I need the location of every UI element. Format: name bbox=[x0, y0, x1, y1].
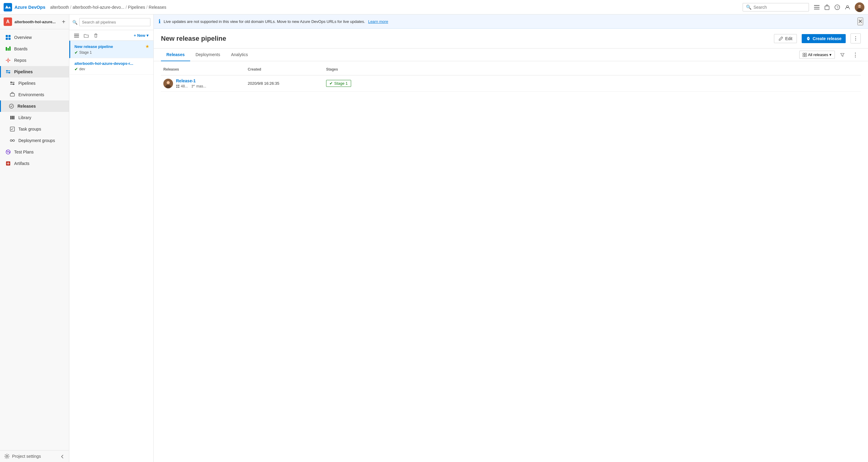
chevron-down-icon: ▾ bbox=[147, 33, 149, 38]
pipelines-icon bbox=[5, 69, 11, 75]
avatar[interactable] bbox=[855, 2, 864, 12]
sidebar-item-library[interactable]: Library bbox=[0, 112, 69, 123]
breadcrumb-sep-0: / bbox=[70, 5, 71, 10]
app-logo[interactable]: Azure DevOps bbox=[4, 3, 45, 11]
sidebar-item-pipelines-sub[interactable]: Pipelines bbox=[0, 78, 69, 89]
add-project-button[interactable]: + bbox=[62, 19, 65, 25]
pipeline-item-name-1: alterbooth-hol-azure-devops-r... bbox=[74, 61, 133, 66]
more-options-button[interactable]: ⋮ bbox=[850, 33, 861, 44]
svg-point-10 bbox=[857, 8, 862, 12]
created-cell: 2020/9/8 16:26:35 bbox=[245, 81, 324, 86]
sidebar-item-pipelines[interactable]: Pipelines bbox=[0, 66, 69, 78]
user-icon[interactable] bbox=[844, 4, 850, 10]
delete-button[interactable] bbox=[92, 31, 100, 39]
pipeline-item-stage-0: ✔ Stage 1 bbox=[74, 50, 149, 55]
search-input[interactable] bbox=[753, 5, 806, 10]
top-nav: Azure DevOps alterbooth / alterbooth-hol… bbox=[0, 0, 868, 15]
tab-deployments[interactable]: Deployments bbox=[190, 49, 226, 61]
sidebar-item-artifacts[interactable]: Artifacts bbox=[0, 158, 69, 169]
releases-table: Releases Created Stages Release-1 4 bbox=[154, 61, 868, 462]
artifacts-label: Artifacts bbox=[14, 161, 30, 166]
pipeline-search-input[interactable] bbox=[79, 18, 150, 26]
pipeline-item-1[interactable]: alterbooth-hol-azure-devops-r... ✔ dev bbox=[69, 58, 153, 75]
pipelines-label: Pipelines bbox=[14, 69, 33, 74]
svg-rect-43 bbox=[805, 55, 807, 57]
library-icon bbox=[9, 115, 16, 121]
stage-badge[interactable]: ✔ Stage 1 bbox=[326, 80, 351, 87]
svg-rect-14 bbox=[8, 35, 10, 37]
pipeline-item-0[interactable]: New release pipeline ★ ✔ Stage 1 bbox=[69, 41, 153, 58]
create-release-button[interactable]: Create release bbox=[802, 34, 846, 43]
releases-nav-icon bbox=[8, 103, 14, 109]
breadcrumb-item-0[interactable]: alterbooth bbox=[50, 5, 69, 10]
sidebar-item-boards[interactable]: Boards bbox=[0, 43, 69, 55]
menu-icon[interactable] bbox=[814, 4, 820, 10]
svg-rect-42 bbox=[803, 55, 804, 57]
learn-more-link[interactable]: Learn more bbox=[368, 19, 388, 24]
sidebar-item-releases[interactable]: Releases bbox=[0, 100, 69, 112]
table-row[interactable]: Release-1 48... mas... bbox=[161, 76, 861, 92]
filter-button[interactable] bbox=[837, 50, 847, 60]
release-build: 48... bbox=[176, 84, 188, 88]
folder-view-button[interactable] bbox=[82, 31, 90, 39]
svg-rect-13 bbox=[6, 35, 8, 37]
search-icon: 🔍 bbox=[746, 4, 752, 10]
collapse-icon[interactable] bbox=[60, 454, 65, 459]
table-more-button[interactable]: ⋮ bbox=[850, 50, 861, 60]
sidebar-item-environments[interactable]: Environments bbox=[0, 89, 69, 100]
list-view-button[interactable] bbox=[72, 31, 81, 39]
release-cell: Release-1 48... mas... bbox=[161, 79, 245, 88]
stage-check-1: ✔ bbox=[74, 67, 78, 71]
sidebar-nav: Overview Boards Repos Pipe bbox=[0, 29, 69, 450]
release-header: New release pipeline Edit Create release… bbox=[154, 29, 868, 49]
release-name[interactable]: Release-1 bbox=[176, 79, 206, 83]
help-icon[interactable]: ? bbox=[834, 4, 840, 10]
svg-point-24 bbox=[13, 84, 14, 85]
build-icon bbox=[176, 84, 180, 88]
new-pipeline-button[interactable]: + New ▾ bbox=[132, 32, 150, 39]
releases-nav-label: Releases bbox=[18, 104, 36, 109]
tab-releases[interactable]: Releases bbox=[161, 49, 190, 61]
close-banner-button[interactable]: ✕ bbox=[858, 18, 863, 25]
all-releases-button[interactable]: All releases ▾ bbox=[799, 51, 835, 59]
bag-icon[interactable] bbox=[824, 4, 830, 10]
breadcrumb-item-3[interactable]: Releases bbox=[149, 5, 166, 10]
tab-analytics[interactable]: Analytics bbox=[225, 49, 253, 61]
environments-icon bbox=[9, 92, 16, 98]
pipeline-item-name-0: New release pipeline bbox=[74, 44, 113, 49]
edit-button[interactable]: Edit bbox=[774, 34, 797, 43]
sidebar-item-repos[interactable]: Repos bbox=[0, 55, 69, 66]
chevron-down-icon: ▾ bbox=[830, 53, 832, 57]
stage-name: Stage 1 bbox=[334, 81, 348, 86]
stage-check-icon: ✔ bbox=[330, 81, 333, 86]
breadcrumb-item-2[interactable]: Pipelines bbox=[128, 5, 145, 10]
svg-point-35 bbox=[6, 455, 8, 457]
pipeline-item-stage-label-0: Stage 1 bbox=[79, 50, 92, 55]
star-icon-0[interactable]: ★ bbox=[145, 44, 149, 49]
library-label: Library bbox=[19, 115, 31, 120]
repos-icon bbox=[5, 57, 11, 63]
sidebar-item-overview[interactable]: Overview bbox=[0, 32, 69, 43]
release-tabs: Releases Deployments Analytics All relea… bbox=[154, 49, 868, 61]
tab-actions: All releases ▾ ⋮ bbox=[799, 50, 861, 60]
svg-rect-49 bbox=[176, 87, 178, 88]
svg-text:?: ? bbox=[837, 5, 838, 9]
pipeline-panel: 🔍 + New ▾ New release pipeline bbox=[69, 15, 154, 462]
svg-rect-15 bbox=[6, 38, 8, 40]
breadcrumb-sep-1: / bbox=[126, 5, 127, 10]
repos-label: Repos bbox=[14, 58, 26, 63]
svg-point-46 bbox=[165, 85, 171, 88]
sidebar-item-task-groups[interactable]: Task groups bbox=[0, 123, 69, 135]
search-box[interactable]: 🔍 bbox=[743, 3, 809, 11]
edit-label: Edit bbox=[785, 36, 792, 41]
project-settings-button[interactable]: Project settings bbox=[0, 450, 69, 462]
svg-rect-19 bbox=[9, 47, 10, 51]
svg-rect-4 bbox=[825, 6, 829, 10]
sidebar-item-test-plans[interactable]: Test Plans bbox=[0, 146, 69, 158]
stage-check-0: ✔ bbox=[74, 50, 78, 55]
col-header-releases: Releases bbox=[161, 66, 245, 73]
breadcrumb-item-1[interactable]: alterbooth-hol-azure-devo... bbox=[73, 5, 124, 10]
svg-point-23 bbox=[10, 82, 12, 83]
sidebar-item-deployment-groups[interactable]: Deployment groups bbox=[0, 135, 69, 146]
gear-icon bbox=[4, 454, 10, 459]
